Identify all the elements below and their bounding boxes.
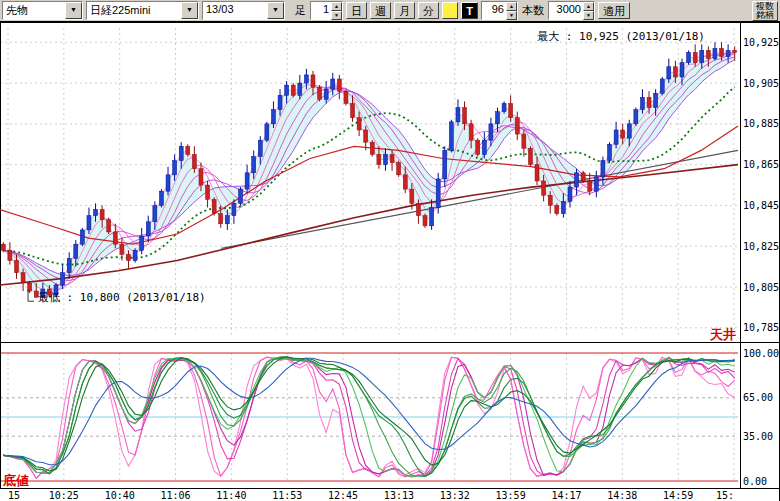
- svg-text:10:25: 10:25: [49, 490, 79, 501]
- chevron-down-icon[interactable]: ▼: [267, 2, 284, 19]
- svg-text:11:53: 11:53: [272, 490, 302, 501]
- svg-text:11:40: 11:40: [216, 490, 246, 501]
- svg-text:最低 : 10,800 (2013/01/18): 最低 : 10,800 (2013/01/18): [38, 291, 206, 304]
- total-bars-value: 3000: [549, 2, 583, 19]
- interval-spinner[interactable]: 1 ▲▼: [310, 1, 343, 20]
- svg-text:13:32: 13:32: [440, 490, 470, 501]
- svg-text:10:40: 10:40: [105, 490, 135, 501]
- period-day-button[interactable]: 日: [346, 2, 367, 19]
- interval-value: 1: [311, 2, 331, 19]
- spinner-arrows[interactable]: ▲▼: [506, 2, 517, 19]
- svg-text:底値: 底値: [2, 473, 29, 488]
- ashi-label: 足: [294, 3, 307, 18]
- svg-text:13:59: 13:59: [496, 490, 526, 501]
- tick-button[interactable]: T: [461, 2, 478, 19]
- multi-symbol-button[interactable]: 複数 銘柄: [752, 1, 778, 21]
- svg-text:12:45: 12:45: [328, 490, 358, 501]
- svg-text:14:17: 14:17: [551, 490, 581, 501]
- spinner-down-icon[interactable]: ▼: [583, 11, 594, 20]
- chevron-down-icon[interactable]: ▼: [181, 2, 198, 19]
- svg-text:天井: 天井: [709, 327, 736, 342]
- svg-text:最大 : 10,925 (2013/01/18): 最大 : 10,925 (2013/01/18): [537, 30, 705, 43]
- svg-text:10,825: 10,825: [743, 241, 779, 252]
- period-month-button[interactable]: 月: [394, 2, 415, 19]
- svg-text:10,925: 10,925: [743, 37, 779, 48]
- svg-text:10,845: 10,845: [743, 200, 779, 211]
- svg-text:15:: 15:: [716, 490, 734, 501]
- svg-text:65.00: 65.00: [743, 392, 773, 403]
- spinner-down-icon[interactable]: ▼: [506, 11, 517, 20]
- svg-text:11:06: 11:06: [160, 490, 190, 501]
- symbol-value: 日経225mini: [87, 2, 181, 19]
- spinner-arrows[interactable]: ▲▼: [583, 2, 594, 19]
- apply-button[interactable]: 適用: [598, 2, 630, 19]
- svg-text:10,805: 10,805: [743, 282, 779, 293]
- multi-symbol-line2: 銘柄: [756, 11, 774, 20]
- chevron-down-icon[interactable]: ▼: [65, 2, 82, 19]
- period-minute-button[interactable]: 分: [418, 2, 439, 19]
- svg-text:15: 15: [8, 490, 20, 501]
- toolbar: 先物 ▼ 日経225mini ▼ 13/03 ▼ 足 1 ▲▼ 日 週 月 分 …: [0, 0, 780, 22]
- instrument-type-value: 先物: [3, 2, 65, 19]
- svg-text:10,885: 10,885: [743, 118, 779, 129]
- svg-text:100.00: 100.00: [743, 348, 779, 359]
- bars-spinner[interactable]: 96 ▲▼: [481, 1, 518, 20]
- svg-text:35.00: 35.00: [743, 431, 773, 442]
- instrument-type-select[interactable]: 先物 ▼: [2, 1, 83, 20]
- svg-text:10,865: 10,865: [743, 159, 779, 170]
- bars-label: 本数: [521, 3, 545, 18]
- bars-value: 96: [482, 2, 506, 19]
- price-chart[interactable]: 1510:2510:4011:0611:4011:5312:4513:1313:…: [0, 22, 780, 501]
- svg-text:0.00: 0.00: [743, 476, 767, 487]
- symbol-select[interactable]: 日経225mini ▼: [86, 1, 199, 20]
- svg-text:14:59: 14:59: [663, 490, 693, 501]
- spinner-up-icon[interactable]: ▲: [506, 2, 517, 11]
- contract-month-value: 13/03: [203, 2, 267, 19]
- total-bars-spinner[interactable]: 3000 ▲▼: [548, 1, 595, 20]
- spinner-arrows[interactable]: ▲▼: [331, 2, 342, 19]
- svg-text:13:13: 13:13: [384, 490, 414, 501]
- spinner-down-icon[interactable]: ▼: [331, 11, 342, 20]
- svg-text:10,785: 10,785: [743, 322, 779, 333]
- spinner-up-icon[interactable]: ▲: [331, 2, 342, 11]
- highlight-button[interactable]: [442, 2, 458, 19]
- svg-text:14:38: 14:38: [607, 490, 637, 501]
- svg-text:10,905: 10,905: [743, 78, 779, 89]
- period-week-button[interactable]: 週: [370, 2, 391, 19]
- spinner-up-icon[interactable]: ▲: [583, 2, 594, 11]
- contract-month-select[interactable]: 13/03 ▼: [202, 1, 285, 20]
